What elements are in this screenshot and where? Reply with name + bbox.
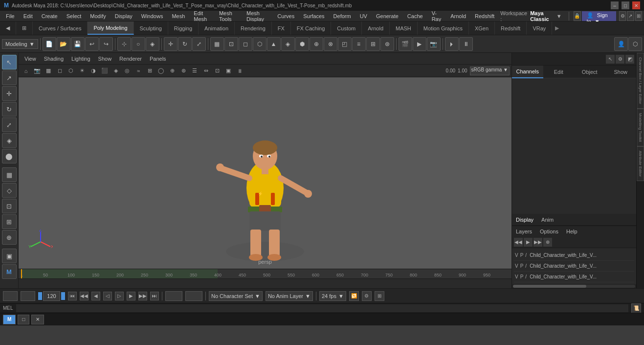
menu-vray[interactable]: V-Ray — [428, 9, 446, 23]
frame-start-input[interactable]: 1 — [3, 291, 18, 301]
vp-isolate-icon[interactable]: ◯ — [155, 66, 166, 76]
tab-vray[interactable]: VRay — [527, 22, 552, 35]
pb-goto-end[interactable]: ⏭ — [150, 292, 159, 300]
vp-light2-icon[interactable]: ◑ — [88, 66, 99, 76]
layer-icon-next[interactable]: ▶▶ — [533, 238, 542, 247]
settings-icon[interactable]: ⚙ — [619, 11, 626, 21]
more-icon[interactable]: ⊞ — [375, 291, 384, 301]
layer-icon-prev[interactable]: ◀◀ — [514, 238, 523, 247]
rp-icon-3[interactable]: ◩ — [625, 55, 634, 64]
frame-range-end[interactable] — [43, 291, 60, 301]
layer-v-1[interactable]: V — [515, 253, 518, 258]
playblast-icon[interactable]: ⏵ — [445, 37, 459, 51]
ipr-icon[interactable]: ▶ — [413, 37, 426, 51]
tab-arrow-left[interactable]: ◀ — [0, 22, 16, 35]
char-set-dropdown[interactable]: No Character Set ▼ — [209, 291, 263, 301]
tab-custom[interactable]: Custom — [331, 22, 362, 35]
rp-subtab-anim[interactable]: Anim — [539, 217, 555, 223]
menu-mesh[interactable]: Mesh — [168, 12, 189, 20]
grid-icon[interactable]: ▦ — [210, 37, 224, 51]
workspace-icon1[interactable]: 🔒 — [574, 11, 580, 21]
menu-edit-mesh[interactable]: Edit Mesh — [190, 9, 214, 23]
move-tool-btn[interactable]: ✛ — [2, 86, 17, 101]
select-icon[interactable]: ⊹ — [117, 37, 131, 51]
slide-icon[interactable]: ≡ — [352, 37, 366, 51]
vp-dof-icon[interactable]: ◎ — [122, 66, 133, 76]
snap-icon[interactable]: ⊡ — [224, 37, 238, 51]
smooth-icon[interactable]: ⬡ — [253, 37, 266, 51]
outliner-icon[interactable]: 👤 — [614, 37, 628, 51]
vp-poly-icon[interactable]: ⊡ — [212, 66, 222, 76]
grid-icon[interactable]: ⊞ — [635, 11, 642, 21]
layer-p-1[interactable]: P — [520, 253, 524, 258]
tab-sculpting[interactable]: Sculpting — [134, 22, 168, 35]
rp-subtab-display[interactable]: Display — [514, 217, 535, 223]
rp-icon-1[interactable]: ↖ — [606, 55, 615, 64]
menu-mesh-tools[interactable]: Mesh Tools — [215, 9, 242, 23]
boolean-icon[interactable]: ⊗ — [324, 37, 337, 51]
layer-icon-4[interactable]: ⊕ — [543, 238, 552, 247]
range-handle-right[interactable] — [61, 292, 65, 300]
tab-poly-modeling[interactable]: Poly Modeling — [88, 22, 133, 35]
tab-motion-graphics[interactable]: Motion Graphics — [418, 22, 469, 35]
range-handle-left[interactable] — [38, 292, 42, 300]
vp-motion-blur-icon[interactable]: ≈ — [133, 66, 144, 76]
select-tool-btn[interactable]: ↖ — [2, 55, 17, 69]
vp-rig-icon[interactable]: ☰ — [189, 66, 200, 76]
vp-menu-lighting[interactable]: Lighting — [69, 56, 92, 62]
snap-point-btn[interactable]: ⊡ — [2, 199, 17, 213]
wireframe-icon[interactable]: ◻ — [239, 37, 252, 51]
vp-shadow-icon[interactable]: ⬛ — [99, 66, 110, 76]
pb-prev-frame[interactable]: ◀◀ — [80, 292, 89, 300]
close-button[interactable]: ✕ — [632, 1, 640, 9]
open-file-icon[interactable]: 📂 — [57, 37, 70, 51]
redo-icon[interactable]: ↪ — [99, 37, 113, 51]
tab-mash[interactable]: MASH — [390, 22, 418, 35]
mel-script-icon[interactable]: 📜 — [631, 303, 641, 313]
menu-cache[interactable]: Cache — [403, 12, 427, 20]
new-file-icon[interactable]: 📄 — [43, 37, 56, 51]
mode-dropdown[interactable]: Modeling ▼ — [2, 39, 38, 49]
tab-arnold[interactable]: Arnold — [362, 22, 390, 35]
menu-uv[interactable]: UV — [356, 12, 371, 20]
vp-grid-icon[interactable]: ▦ — [43, 66, 54, 76]
pb-step-fwd[interactable]: ▶ — [127, 292, 135, 300]
tab-rigging[interactable]: Rigging — [168, 22, 199, 35]
vp-menu-shading[interactable]: Shading — [42, 56, 66, 62]
merge-icon[interactable]: ⊕ — [310, 37, 323, 51]
vp-joint-icon[interactable]: ⊛ — [178, 66, 189, 76]
layer-tab-layers[interactable]: Layers — [514, 229, 534, 234]
offset-icon[interactable]: ⊞ — [366, 37, 380, 51]
rp-icon-2[interactable]: ⚙ — [616, 55, 624, 64]
gamma-select[interactable]: sRGB gamma ▼ — [470, 67, 510, 75]
re-tab-attribute[interactable]: Attribute Editor — [637, 146, 644, 181]
maximize-button[interactable]: □ — [622, 1, 629, 9]
tab-arrow-right[interactable]: ▶ — [552, 22, 562, 35]
timeline-ruler[interactable]: 1 50 100 150 200 250 300 350 400 450 500… — [19, 269, 511, 279]
taskbar-close-btn[interactable]: ✕ — [31, 315, 44, 324]
pb-goto-start[interactable]: ⏮ — [68, 292, 77, 300]
tab-curves-surfaces[interactable]: Curves / Surfaces — [33, 22, 88, 35]
re-tab-modelling[interactable]: Modelling Toolkit — [637, 109, 644, 146]
save-file-icon[interactable]: 💾 — [71, 37, 85, 51]
tab-rendering[interactable]: Rendering — [235, 22, 272, 35]
share-icon[interactable]: ↗ — [627, 11, 634, 21]
quad-draw-icon[interactable]: ◰ — [338, 37, 352, 51]
menu-curves[interactable]: Curves — [273, 12, 298, 20]
rotate-tool-btn[interactable]: ↻ — [2, 102, 17, 116]
anim-end-input[interactable]: 200 — [185, 291, 202, 301]
menu-deform[interactable]: Deform — [330, 12, 355, 20]
vp-pause-icon[interactable]: ⏸ — [234, 66, 245, 76]
bridge-icon[interactable]: ⬢ — [295, 37, 309, 51]
layer-v-3[interactable]: V — [515, 274, 518, 279]
tab-animation[interactable]: Animation — [199, 22, 235, 35]
taskbar-window-btn[interactable]: □ — [18, 315, 29, 324]
menu-arnold[interactable]: Arnold — [446, 12, 470, 20]
pause-icon[interactable]: ⏸ — [459, 37, 473, 51]
poke-icon[interactable]: ⊛ — [380, 37, 394, 51]
menu-modify[interactable]: Modify — [86, 12, 110, 20]
vp-menu-panels[interactable]: Panels — [148, 56, 168, 62]
scale-icon[interactable]: ⤢ — [192, 37, 206, 51]
menu-mesh-display[interactable]: Mesh Display — [243, 9, 272, 23]
vp-menu-view[interactable]: View — [22, 56, 38, 62]
